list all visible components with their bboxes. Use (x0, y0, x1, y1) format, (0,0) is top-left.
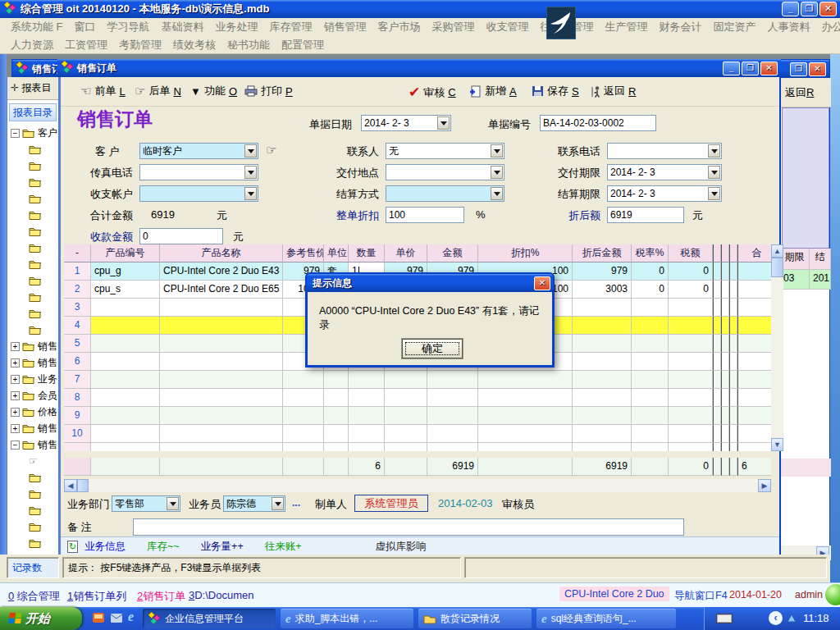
grid-cell[interactable] (737, 335, 771, 353)
menu-item[interactable]: 基础资料 (156, 20, 210, 34)
grid-cell[interactable] (713, 407, 721, 425)
menu-item[interactable]: 办公管理 (816, 20, 840, 34)
front-minimize-button[interactable]: _ (723, 62, 740, 75)
dialog-close-icon[interactable]: ✕ (534, 276, 550, 290)
grid-cell[interactable] (91, 353, 160, 371)
tree-item[interactable]: +业务 (7, 371, 58, 387)
grid-cell[interactable] (737, 299, 771, 317)
scroll-right-icon[interactable]: ▶ (758, 479, 771, 492)
grid-cell[interactable] (324, 389, 349, 407)
tree-expand-icon[interactable]: + (11, 375, 20, 384)
menu-item[interactable]: 客户市场 (372, 20, 427, 34)
dropdown-arrow-icon[interactable] (491, 144, 503, 158)
grid-cell[interactable] (324, 425, 349, 443)
menu-item[interactable]: 系统功能 F (5, 20, 69, 34)
grid-cell[interactable] (632, 425, 669, 443)
nav-window-link[interactable]: 导航窗口F4 (674, 589, 728, 603)
menu-item[interactable]: 绩效考核 (167, 38, 221, 52)
grid-cell[interactable] (427, 443, 478, 451)
grid-cell[interactable] (729, 335, 737, 353)
grid-cell[interactable] (160, 371, 283, 389)
grid-cell[interactable] (669, 317, 713, 335)
table-row[interactable]: 7 (64, 371, 771, 389)
grid-cell[interactable] (729, 317, 737, 335)
menu-item[interactable]: 工资管理 (59, 38, 113, 52)
grid-cell[interactable] (573, 371, 632, 389)
window-list-item[interactable]: 1销售订单列 (67, 589, 126, 604)
info-item[interactable]: 库存~~ (147, 540, 180, 554)
tree-item[interactable]: +销售 (7, 338, 58, 354)
grid-cell[interactable] (721, 281, 729, 299)
back-return-button[interactable]: 返回R (785, 85, 814, 100)
grid-cell[interactable] (669, 299, 713, 317)
grid-cell[interactable]: 0 (632, 262, 669, 281)
grid-cell[interactable] (669, 443, 713, 451)
grid-cell[interactable] (669, 425, 713, 443)
grid-cell[interactable] (573, 299, 632, 317)
grid-cell[interactable]: cpu_s (91, 281, 160, 299)
toolbar-button-n[interactable]: ☞后单N (135, 84, 181, 98)
grid-cell[interactable] (91, 299, 160, 317)
grid-cell[interactable] (427, 389, 478, 407)
grid-cell[interactable] (729, 281, 737, 299)
task-button[interactable]: 企业信息管理平台 (143, 609, 276, 628)
grid-cell[interactable] (283, 443, 324, 451)
menu-item[interactable]: 人力资源 (5, 38, 59, 52)
grid-cell[interactable] (349, 389, 385, 407)
info-item[interactable]: 往来账+ (265, 540, 302, 554)
dialog-titlebar[interactable]: 提示信息 ✕ (307, 274, 553, 292)
grid-cell[interactable] (478, 425, 573, 443)
hscroll-thumb[interactable] (77, 479, 89, 492)
grid-cell[interactable]: 0 (669, 262, 713, 281)
scroll-down-icon[interactable]: ▼ (771, 438, 783, 451)
grid-cell[interactable] (160, 299, 283, 317)
tree-expand-icon[interactable]: − (11, 129, 20, 138)
menu-item[interactable]: 配置管理 (276, 38, 330, 52)
tree-item[interactable] (7, 305, 58, 322)
tree-item[interactable]: −销售 (7, 436, 58, 453)
tree-item[interactable] (7, 174, 58, 190)
grid-cell[interactable] (160, 353, 283, 371)
grid-cell[interactable] (729, 425, 737, 443)
grid-cell[interactable]: 0 (632, 281, 669, 299)
grid-cell[interactable] (349, 371, 385, 389)
table-row[interactable]: 9 (64, 407, 771, 425)
scroll-left-icon[interactable]: ◀ (64, 479, 77, 492)
grid-cell[interactable] (385, 425, 427, 443)
grid-cell[interactable] (632, 371, 669, 389)
menu-item[interactable]: 库存管理 (264, 20, 318, 34)
grid-cell[interactable] (385, 407, 427, 425)
account-combo[interactable] (139, 185, 258, 202)
menu-item[interactable]: 考勤管理 (113, 38, 167, 52)
info-item[interactable]: 业务信息 (84, 540, 126, 554)
green-orb-icon[interactable] (825, 584, 840, 605)
place-combo[interactable] (386, 164, 504, 180)
grid-cell[interactable]: 979 (573, 262, 632, 281)
tree-item[interactable] (7, 158, 58, 174)
grid-cell[interactable] (478, 389, 573, 407)
remark-field[interactable] (133, 518, 684, 536)
close-button[interactable]: ✕ (819, 2, 837, 16)
grid-cell[interactable] (729, 389, 737, 407)
task-button[interactable]: e求助_脚本出错，... (281, 609, 413, 628)
table-row[interactable]: 8 (64, 389, 771, 407)
menu-item[interactable]: 学习导航 (102, 20, 156, 34)
grid-cell[interactable] (737, 371, 771, 389)
phone-combo[interactable] (607, 143, 722, 159)
grid-cell[interactable] (729, 443, 737, 451)
doc-no-field[interactable]: BA-14-02-03-0002 (540, 115, 656, 131)
grid-cell[interactable] (385, 443, 427, 451)
tree-item[interactable] (7, 289, 58, 305)
toolbar-button-p[interactable]: 打印P (244, 84, 293, 98)
grid-hscrollbar[interactable]: ◀ ▶ (64, 479, 771, 492)
tree-item[interactable] (7, 240, 58, 256)
grid-cell[interactable] (737, 262, 771, 281)
grid-cell[interactable] (729, 353, 737, 371)
grid-cell[interactable] (573, 335, 632, 353)
grid-cell[interactable] (632, 443, 669, 451)
settle-date-combo[interactable]: 2014- 2- 3 (607, 185, 722, 202)
grid-cell[interactable] (721, 299, 729, 317)
grid-cell[interactable] (478, 371, 573, 389)
grid-cell[interactable] (324, 371, 349, 389)
grid-cell[interactable] (713, 425, 721, 443)
